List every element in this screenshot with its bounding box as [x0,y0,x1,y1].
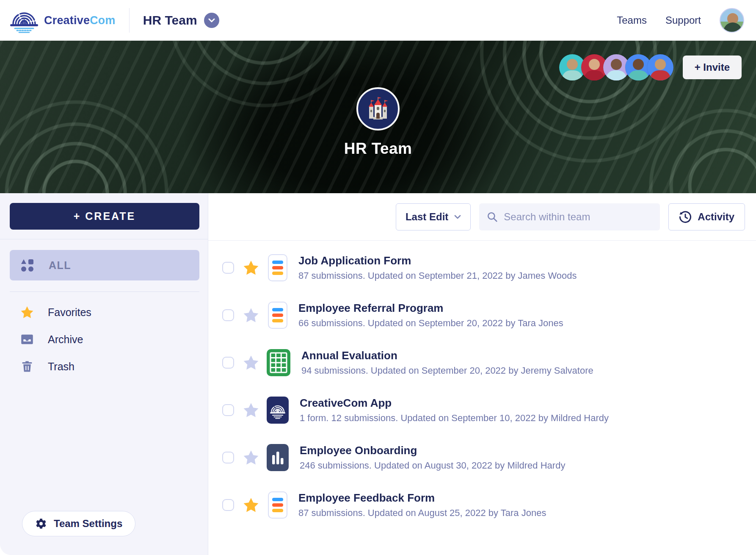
brand-logo[interactable]: CreativeCom [10,7,116,33]
list-item[interactable]: CreativeCom App 1 form. 12 submissions. … [222,386,756,434]
team-search [479,203,660,230]
member-avatar-group [563,54,673,80]
bar-chart-icon [267,444,289,471]
sort-dropdown[interactable]: Last Edit [396,203,471,230]
toolbar: Last Edit Activity [208,193,756,241]
list-item[interactable]: Employee Feedback Form 87 submissions. U… [222,481,756,529]
sidebar: + CREATE ALL Favorites [0,193,208,555]
archive-box-icon [21,333,33,346]
avatar-torso [650,70,670,80]
brand-name: CreativeCom [44,14,116,27]
favorite-star-icon[interactable] [243,402,259,418]
form-bar [272,266,283,269]
team-cover-banner: + Invite HR T [0,41,756,193]
member-avatar[interactable] [647,54,673,80]
favorite-star-icon[interactable] [243,355,259,370]
row-checkbox[interactable] [222,357,234,369]
form-bar [272,319,283,322]
sidebar-item-label: Trash [48,361,74,373]
row-checkbox[interactable] [222,262,234,274]
form-bar [272,498,283,501]
form-title: Employee Feedback Form [298,491,546,505]
gear-icon [35,518,47,530]
form-subtitle: 66 submissions. Updated on September 20,… [298,318,563,329]
fingerprint-app-icon [267,397,289,424]
table-grid-icon [267,349,290,376]
list-item[interactable]: Employee Referral Program 66 submissions… [222,291,756,339]
favorite-star-icon[interactable] [243,260,259,275]
row-checkbox[interactable] [222,499,234,511]
list-item[interactable]: Job Application Form 87 submissions. Upd… [222,244,756,291]
avatar-head [611,59,622,70]
avatar-head [655,59,666,70]
nav-link-teams[interactable]: Teams [617,14,647,26]
castle-icon [366,97,390,121]
avatar-head [589,59,600,70]
sidebar-item-all[interactable]: ALL [10,250,199,280]
favorite-star-icon[interactable] [243,308,259,323]
sidebar-item-favorites[interactable]: Favorites [10,299,199,326]
row-checkbox[interactable] [222,309,234,321]
search-icon [487,211,498,222]
search-input[interactable] [504,211,652,223]
trash-icon [21,360,33,373]
team-avatar [356,87,400,130]
team-switcher-label: HR Team [143,13,197,28]
nav-link-support[interactable]: Support [665,14,701,26]
sidebar-item-archive[interactable]: Archive [10,326,199,353]
row-checkbox[interactable] [222,452,234,463]
fingerprint-logo-icon [10,7,38,33]
sidebar-item-label: Archive [48,333,83,346]
list-item[interactable]: Annual Evaluation 94 submissions. Update… [222,339,756,386]
team-settings-label: Team Settings [54,518,122,530]
top-navbar: CreativeCom HR Team Teams Support [0,0,756,41]
form-bar [272,509,283,512]
form-subtitle: 87 submissions. Updated on August 25, 20… [298,508,546,519]
form-doc-icon [268,491,287,519]
create-button[interactable]: + CREATE [10,203,199,230]
form-title: Employee Onboarding [300,444,565,457]
main-panel: Last Edit Activity [208,193,756,555]
row-checkbox[interactable] [222,404,234,416]
form-subtitle: 94 submissions. Updated on September 20,… [301,365,593,376]
form-doc-icon [268,254,287,281]
activity-button[interactable]: Activity [668,203,745,230]
team-settings-button[interactable]: Team Settings [22,511,135,536]
chevron-down-icon[interactable] [204,13,219,28]
avatar-torso [584,70,604,80]
avatar-torso [562,70,582,80]
favorite-star-icon[interactable] [243,497,259,513]
star-icon [21,306,33,319]
favorite-star-icon[interactable] [243,450,259,465]
team-title: HR Team [344,140,412,158]
forms-list: Job Application Form 87 submissions. Upd… [208,241,756,529]
chevron-down-icon [454,215,461,219]
form-subtitle: 1 form. 12 submissions. Updated on Septe… [300,413,609,424]
list-item[interactable]: Employee Onboarding 246 submissions. Upd… [222,434,756,481]
shapes-grid-icon [21,258,34,272]
sidebar-item-trash[interactable]: Trash [10,353,199,380]
form-bar [272,308,283,311]
avatar-head [567,59,578,70]
avatar-torso [606,70,626,80]
navbar-divider [129,8,130,33]
team-switcher[interactable]: HR Team [143,13,219,28]
form-bar [272,261,283,264]
form-subtitle: 87 submissions. Updated on September 21,… [298,270,577,281]
sidebar-divider [0,239,208,239]
avatar-torso [628,70,648,80]
sidebar-item-label: Favorites [48,306,91,319]
sidebar-item-label: ALL [49,259,71,272]
form-title: CreativeCom App [300,397,609,410]
app-window: CreativeCom HR Team Teams Support [0,0,756,555]
form-bar [272,314,283,317]
clock-history-icon [679,211,692,223]
sidebar-divider [10,291,199,292]
form-title: Employee Referral Program [298,302,563,315]
form-doc-icon [268,302,287,329]
avatar-head [633,59,644,70]
form-bar [272,503,283,507]
invite-button[interactable]: + Invite [683,56,742,79]
user-avatar[interactable] [720,8,744,33]
form-subtitle: 246 submissions. Updated on August 30, 2… [300,460,565,471]
